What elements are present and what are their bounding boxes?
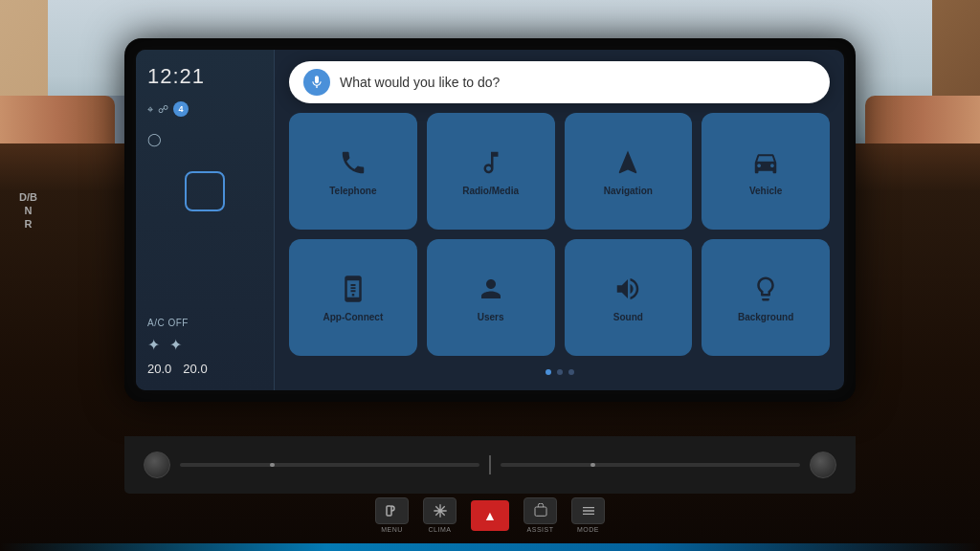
clima-icon [433,503,448,518]
mode-label: MODE [577,526,599,533]
blue-underglow [0,543,980,551]
page-dots [289,365,830,379]
profile-icon: ☍ [158,103,168,116]
assist-button[interactable]: ASSIST [523,497,557,533]
microphone-icon [309,75,324,90]
dot-1 [546,369,551,375]
navigation-icon [613,148,642,181]
home-button-area [147,171,262,211]
menu-label: MENU [381,526,403,533]
app-connect-label: App-Connect [323,312,383,323]
right-knob[interactable] [810,452,836,478]
left-panel: 12:21 ⌖ ☍ 4 ◯ A/C OFF [136,50,275,390]
voice-prompt-text: What would you like to do? [340,75,500,90]
sound-label: Sound [613,312,643,323]
gear-r: R [25,218,33,230]
navigation-label: Navigation [604,186,653,197]
app-tile-users[interactable]: Users [427,239,555,356]
temperature-display: 20.0 20.0 [147,362,262,376]
app-tile-radio-media[interactable]: Radio/Media [427,113,555,230]
telephone-label: Telephone [329,186,376,197]
app-tile-telephone[interactable]: Telephone [289,113,417,230]
main-content: What would you like to do? Telephone [275,50,844,390]
dot-2 [557,369,563,375]
clima-label: CLIMA [429,526,452,533]
sound-icon [613,275,642,307]
divider [489,455,491,474]
notification-badge: 4 [173,101,189,117]
app-tile-background[interactable]: Background [702,239,830,356]
telephone-icon [339,148,368,181]
temp-left: 20.0 [147,362,171,376]
menu-btn-icon [375,497,409,524]
clock: 12:21 [147,64,262,89]
home-button[interactable] [185,171,225,211]
voice-assistant-bar[interactable]: What would you like to do? [289,61,830,103]
menu-button[interactable]: MENU [375,497,409,533]
parking-icon [385,505,400,517]
screen-bezel: 12:21 ⌖ ☍ 4 ◯ A/C OFF [124,38,856,402]
app-connect-icon [339,275,368,307]
bluetooth-icon: ⌖ [147,103,153,116]
car-background: D/B N R 12:21 ⌖ ☍ 4 ◯ [0,0,980,551]
ac-label: A/C OFF [147,318,262,328]
mode-btn-icon [571,497,605,524]
dot-3 [568,369,574,375]
svg-rect-0 [387,506,391,516]
app-grid: Telephone Radio/Media Navi [289,113,830,356]
background-label: Background [738,312,793,323]
slider-bar-left[interactable] [180,463,479,467]
users-icon [477,275,505,307]
svg-rect-1 [535,507,546,516]
app-tile-navigation[interactable]: Navigation [565,113,693,230]
physical-controls [124,436,856,494]
gear-selector: D/B N R [19,191,37,230]
fan-controls: ✦ ✦ [147,336,262,354]
fan-left-icon[interactable]: ✦ [147,336,160,354]
radio-media-icon [477,148,505,181]
hazard-button[interactable]: ▲ [471,500,509,531]
mode-button[interactable]: MODE [571,497,605,533]
assist-icon [533,503,548,518]
bottom-buttons: MENU CLIMA ▲ ASSIST [124,494,856,537]
clima-button[interactable]: CLIMA [423,497,457,533]
main-screen: 12:21 ⌖ ☍ 4 ◯ A/C OFF [136,50,844,390]
background-icon [751,275,780,307]
left-knob[interactable] [144,452,170,478]
vehicle-label: Vehicle [749,186,782,197]
app-tile-sound[interactable]: Sound [565,239,693,356]
status-icons: ⌖ ☍ 4 [147,101,262,117]
wireless-status: ◯ [147,132,262,146]
clima-btn-icon [423,497,457,524]
users-label: Users [478,312,504,323]
assist-label: ASSIST [527,526,554,533]
app-tile-vehicle[interactable]: Vehicle [702,113,830,230]
fan-right-icon[interactable]: ✦ [169,336,182,354]
voice-icon-circle [303,69,330,96]
gear-db: D/B [19,191,37,203]
temp-right: 20.0 [183,362,207,376]
assist-btn-icon [523,497,557,524]
mode-icon [581,503,596,518]
hazard-icon: ▲ [483,508,497,523]
app-tile-app-connect[interactable]: App-Connect [289,239,417,356]
radio-media-label: Radio/Media [462,186,519,197]
ac-section: A/C OFF ✦ ✦ 20.0 20.0 [147,318,262,376]
vehicle-icon [751,148,780,181]
wireless-charging-icon: ◯ [147,132,162,146]
gear-n: N [25,205,33,216]
slider-bar-right[interactable] [501,463,800,467]
